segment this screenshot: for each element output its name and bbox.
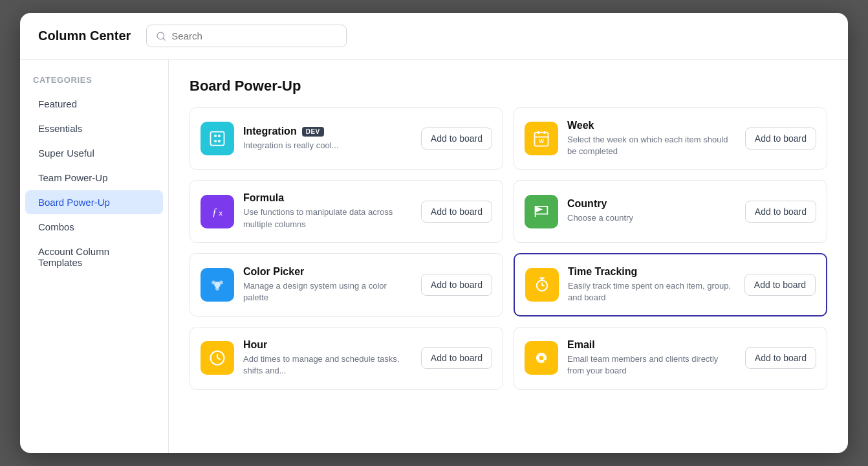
card-email: Email Email team members and clients dir… (514, 327, 827, 389)
formula-info: Formula Use functions to manipulate data… (243, 192, 412, 230)
sidebar-section-label: Categories (20, 75, 168, 91)
svg-marker-10 (536, 206, 543, 212)
sidebar-item-super-useful[interactable]: Super Useful (25, 141, 163, 165)
app-title: Column Center (38, 28, 131, 43)
add-time-tracking-button[interactable]: Add to board (744, 274, 816, 296)
svg-point-12 (212, 281, 215, 285)
hour-info: Hour Add times to manage and schedule ta… (243, 339, 412, 377)
svg-point-13 (219, 281, 223, 285)
color-picker-desc: Manage a design system using a color pal… (243, 280, 412, 304)
sidebar-item-account-column-templates[interactable]: Account Column Templates (25, 239, 163, 274)
hour-icon (201, 341, 234, 375)
sidebar-item-board-power-up[interactable]: Board Power-Up (25, 190, 163, 214)
email-name: Email (567, 339, 736, 351)
card-formula: ƒ x Formula Use functions to manipulate … (190, 180, 503, 242)
add-country-button[interactable]: Add to board (745, 201, 816, 223)
time-tracking-info: Time Tracking Easily track time spent on… (568, 266, 735, 304)
week-desc: Select the week on which each item shoul… (567, 134, 736, 157)
color-picker-name: Color Picker (243, 266, 412, 278)
main-content: Board Power-Up Integration DEV (169, 60, 848, 453)
integration-icon (201, 122, 234, 155)
sidebar-item-featured[interactable]: Featured (25, 92, 163, 116)
formula-desc: Use functions to manipulate data across … (243, 206, 412, 230)
time-tracking-name: Time Tracking (568, 266, 735, 278)
integration-desc: Integration is really cool... (243, 140, 412, 151)
svg-text:W: W (539, 139, 544, 144)
card-color-picker: Color Picker Manage a design system usin… (190, 253, 503, 316)
svg-text:x: x (219, 208, 222, 216)
add-integration-button[interactable]: Add to board (421, 128, 492, 150)
section-title: Board Power-Up (190, 78, 827, 94)
main-window: Column Center Categories Featured Essent… (20, 13, 848, 453)
add-formula-button[interactable]: Add to board (421, 201, 492, 223)
svg-line-1 (163, 38, 165, 40)
integration-name: Integration DEV (243, 126, 412, 137)
svg-text:ƒ: ƒ (212, 205, 217, 217)
country-info: Country Choose a country (567, 198, 736, 224)
add-hour-button[interactable]: Add to board (421, 347, 492, 369)
search-input[interactable] (171, 30, 337, 41)
card-country: Country Choose a country Add to board (514, 180, 827, 242)
hour-desc: Add times to manage and schedule tasks, … (243, 353, 412, 377)
time-tracking-desc: Easily track time spent on each item, gr… (568, 280, 735, 304)
integration-info: Integration DEV Integration is really co… (243, 126, 412, 151)
country-desc: Choose a country (567, 212, 736, 224)
week-info: Week Select the week on which each item … (567, 120, 736, 157)
card-hour: Hour Add times to manage and schedule ta… (190, 327, 503, 389)
sidebar: Categories Featured Essentials Super Use… (20, 60, 169, 453)
color-picker-icon (201, 268, 234, 302)
sidebar-item-essentials[interactable]: Essentials (25, 116, 163, 140)
add-email-button[interactable]: Add to board (745, 347, 816, 369)
card-integration: Integration DEV Integration is really co… (190, 107, 503, 170)
email-info: Email Email team members and clients dir… (567, 339, 736, 377)
sidebar-item-combos[interactable]: Combos (25, 215, 163, 239)
color-picker-info: Color Picker Manage a design system usin… (243, 266, 412, 304)
header: Column Center (20, 13, 848, 60)
search-bar[interactable] (146, 25, 347, 47)
card-time-tracking: Time Tracking Easily track time spent on… (514, 253, 827, 316)
svg-point-14 (215, 287, 219, 291)
add-color-picker-button[interactable]: Add to board (421, 274, 492, 296)
hour-name: Hour (243, 339, 412, 351)
formula-name: Formula (243, 192, 412, 204)
content-area: Categories Featured Essentials Super Use… (20, 60, 848, 453)
country-icon (525, 195, 558, 228)
email-icon (525, 341, 558, 375)
week-name: Week (567, 120, 736, 131)
time-tracking-icon (525, 268, 559, 302)
cards-grid: Integration DEV Integration is really co… (190, 107, 827, 390)
formula-icon: ƒ x (201, 195, 234, 228)
svg-line-22 (217, 358, 221, 359)
dev-badge: DEV (302, 127, 324, 137)
email-desc: Email team members and clients directly … (567, 353, 736, 377)
week-icon: W (525, 122, 558, 155)
card-week: W Week Select the week on which each ite… (514, 107, 827, 170)
add-week-button[interactable]: Add to board (745, 128, 816, 150)
country-name: Country (567, 198, 736, 210)
search-icon (156, 31, 166, 41)
sidebar-item-team-power-up[interactable]: Team Power-Up (25, 166, 163, 190)
